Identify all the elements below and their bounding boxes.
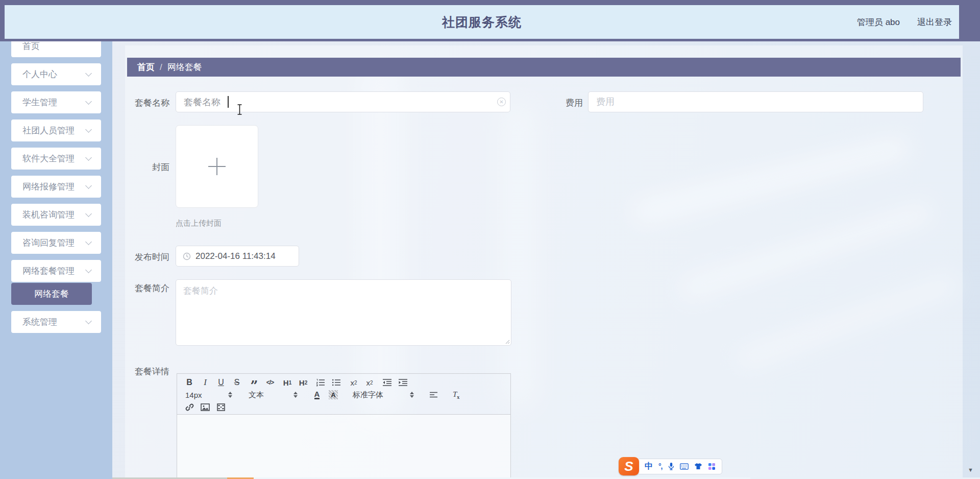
- chevron-down-icon: [85, 238, 92, 245]
- strikethrough-button[interactable]: S: [231, 376, 243, 389]
- ime-toolbar: S 中 °,: [619, 457, 722, 475]
- align-button[interactable]: [427, 389, 439, 401]
- bold-button[interactable]: B: [183, 376, 195, 389]
- fee-label: 费用: [516, 97, 583, 109]
- chevron-down-icon: [85, 154, 92, 161]
- chevron-down-icon: [85, 318, 92, 324]
- sidebar-item-label: 软件大全管理: [22, 153, 75, 164]
- subscript-button[interactable]: x2: [348, 376, 360, 389]
- editor-content-area[interactable]: [177, 415, 511, 479]
- bullet-list-button[interactable]: [330, 376, 342, 389]
- sidebar-item-label: 网络套餐管理: [22, 265, 75, 277]
- sidebar-item-label: 学生管理: [22, 97, 57, 108]
- font-size-select[interactable]: 14px: [183, 391, 234, 399]
- sidebar-item-label: 社团人员管理: [22, 125, 75, 136]
- sidebar-item-label: 网络套餐: [34, 288, 69, 300]
- cover-upload-hint: 点击上传封面: [176, 219, 222, 228]
- ime-punctuation-toggle[interactable]: °,: [658, 462, 663, 470]
- italic-button[interactable]: I: [199, 376, 211, 389]
- breadcrumb: 首页 / 网络套餐: [127, 58, 961, 77]
- sidebar-item[interactable]: 网络套餐: [11, 283, 92, 305]
- cover-upload-box[interactable]: [176, 125, 258, 208]
- apps-grid-icon[interactable]: [708, 463, 716, 470]
- breadcrumb-current: 网络套餐: [167, 61, 202, 73]
- keyboard-icon[interactable]: [680, 463, 689, 470]
- publish-time-input[interactable]: 2022-04-16 11:43:14: [176, 246, 299, 267]
- package-name-input[interactable]: [176, 91, 510, 112]
- app-screen: 社团服务系统 管理员 abo 退出登录 首页 个人中心: [0, 0, 980, 479]
- ordered-list-button[interactable]: [314, 376, 327, 389]
- microphone-icon[interactable]: [668, 462, 674, 470]
- superscript-button[interactable]: x2: [363, 376, 376, 389]
- skin-shirt-icon[interactable]: [694, 463, 702, 470]
- outdent-button[interactable]: [381, 376, 393, 389]
- breadcrumb-home-link[interactable]: 首页: [137, 61, 155, 73]
- sidebar-item[interactable]: 系统管理: [11, 311, 101, 333]
- sidebar-item[interactable]: 软件大全管理: [11, 148, 101, 170]
- sidebar-item-label: 个人中心: [22, 68, 57, 80]
- chevron-down-icon: [85, 182, 92, 189]
- plus-icon: [208, 158, 226, 175]
- clear-input-icon[interactable]: ✕: [497, 98, 506, 106]
- heading2-button[interactable]: H2: [297, 376, 309, 389]
- intro-textarea[interactable]: [176, 279, 511, 346]
- clear-format-button[interactable]: Tx: [453, 390, 459, 400]
- select-arrows-icon: [228, 392, 232, 398]
- sidebar-item[interactable]: 咨询回复管理: [11, 232, 101, 254]
- sidebar-item[interactable]: 学生管理: [11, 91, 101, 113]
- chevron-down-icon: [85, 267, 92, 273]
- ime-bar: 中 °,: [637, 459, 722, 474]
- sidebar-item-label: 首页: [22, 41, 40, 52]
- sidebar-item-label: 网络报修管理: [22, 181, 75, 193]
- heading1-button[interactable]: H1: [281, 376, 293, 389]
- select-arrows-icon: [293, 392, 298, 398]
- text-color-button[interactable]: A: [311, 389, 323, 401]
- clock-icon: [183, 252, 191, 260]
- code-block-button[interactable]: </>: [264, 376, 276, 389]
- breadcrumb-separator: /: [160, 62, 162, 73]
- editor-toolbar: B I U S ” </> H1 H2: [177, 373, 511, 415]
- background-color-button[interactable]: A: [327, 389, 339, 401]
- sidebar-item-label: 咨询回复管理: [22, 237, 75, 249]
- sidebar-item-label: 系统管理: [22, 316, 57, 328]
- publish-time-value: 2022-04-16 11:43:14: [195, 251, 276, 261]
- sidebar-menu: 首页 个人中心 学生管理 社团人员管理: [0, 41, 112, 333]
- chevron-down-icon: [85, 126, 92, 133]
- blockquote-button[interactable]: ”: [248, 376, 260, 389]
- video-button[interactable]: [215, 401, 227, 413]
- text-caret: [228, 96, 229, 108]
- sidebar-item[interactable]: 首页: [11, 41, 101, 57]
- rich-text-editor: B I U S ” </> H1 H2: [177, 373, 511, 479]
- font-family-select[interactable]: 标准字体: [351, 390, 416, 400]
- chevron-down-icon: [85, 210, 92, 217]
- current-user-label: 管理员 abo: [857, 16, 900, 28]
- logout-button[interactable]: 退出登录: [917, 16, 952, 28]
- ime-logo-icon[interactable]: S: [619, 457, 639, 475]
- chevron-down-icon: [85, 98, 92, 105]
- sidebar: 首页 个人中心 学生管理 社团人员管理: [0, 41, 112, 479]
- image-button[interactable]: [199, 401, 211, 413]
- sidebar-item-label: 装机咨询管理: [22, 209, 75, 221]
- underline-button[interactable]: U: [215, 376, 227, 389]
- app-title: 社团服务系统: [5, 14, 959, 31]
- sidebar-item[interactable]: 装机咨询管理: [11, 204, 101, 226]
- app-header: 社团服务系统 管理员 abo 退出登录: [0, 0, 980, 41]
- indent-button[interactable]: [397, 376, 409, 389]
- select-arrows-icon: [410, 392, 414, 398]
- scrollbar-down-arrow[interactable]: ▼: [968, 467, 973, 473]
- sidebar-item[interactable]: 网络套餐管理: [11, 260, 101, 282]
- sidebar-item[interactable]: 个人中心: [11, 63, 101, 85]
- chevron-down-icon: [85, 70, 92, 77]
- format-select[interactable]: 文本: [247, 390, 300, 400]
- link-button[interactable]: [183, 401, 195, 413]
- sidebar-item[interactable]: 社团人员管理: [11, 119, 101, 141]
- sidebar-item[interactable]: 网络报修管理: [11, 176, 101, 198]
- ime-language-toggle[interactable]: 中: [645, 461, 653, 472]
- fee-input[interactable]: [588, 91, 923, 112]
- header-band: 社团服务系统 管理员 abo 退出登录: [5, 5, 959, 39]
